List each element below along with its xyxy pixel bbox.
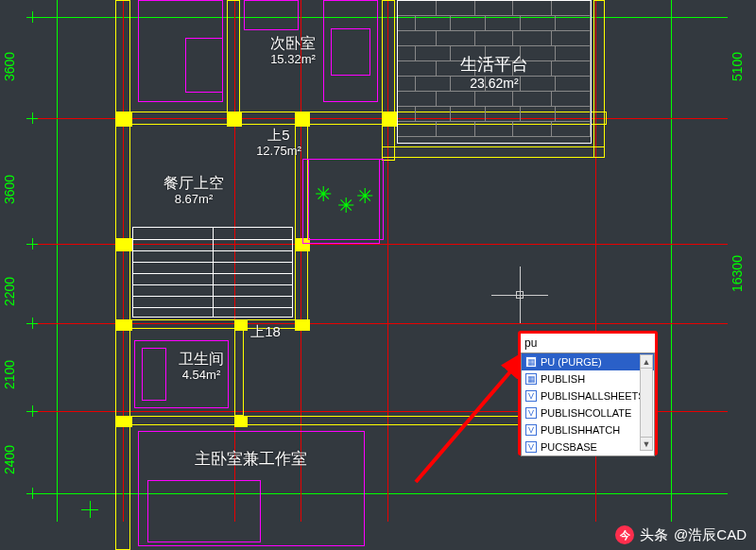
cmd-icon: V: [525, 441, 537, 453]
room-area: 15.32m²: [236, 52, 350, 67]
axis-v: [671, 0, 672, 522]
wall: [115, 0, 130, 550]
dim-tick: [26, 112, 38, 124]
column: [115, 112, 132, 127]
cad-canvas[interactable]: 生活平台 23.62m² ✳ ✳ ✳ 次卧室 15.32m² 上5 12.75m…: [0, 0, 756, 550]
room-master: 主卧室兼工作室: [142, 450, 359, 469]
room-dining-void: 餐厅上空 8.67m²: [132, 174, 255, 207]
room-stair18: 上18: [232, 323, 299, 340]
room-label: 生活平台: [460, 53, 528, 76]
dim-label: 16300: [730, 227, 748, 321]
axis-h: [28, 17, 728, 18]
column: [234, 416, 248, 427]
staircase: [132, 227, 293, 318]
column: [115, 319, 132, 331]
cmd-icon: V: [525, 424, 537, 436]
dim-label: 2200: [2, 263, 28, 319]
furniture: [244, 0, 299, 30]
wall: [382, 146, 605, 158]
cmd-icon: ▦: [525, 356, 537, 368]
column: [295, 112, 310, 127]
column: [115, 416, 132, 427]
command-list[interactable]: ▦PU (PURGE) ▦PUBLISH VPUBLISHALLSHEETS V…: [521, 352, 655, 456]
column: [115, 238, 132, 251]
cmd-icon: ▦: [525, 373, 537, 385]
watermark: 今 头条 @浩辰CAD: [615, 525, 747, 544]
planter: ✳ ✳ ✳: [308, 159, 384, 240]
dim-tick: [26, 488, 38, 499]
room-label: 主卧室兼工作室: [142, 450, 359, 469]
logo-icon: 今: [615, 525, 634, 544]
room-area: 23.62m²: [470, 76, 518, 91]
room-area: 8.67m²: [132, 192, 255, 207]
command-item[interactable]: VPUCSBASE: [522, 438, 654, 455]
command-item[interactable]: VPUBLISHHATCH: [522, 421, 654, 438]
dim-tick: [26, 318, 38, 329]
room-label: 餐厅上空: [132, 174, 255, 192]
room-label: 次卧室: [236, 34, 350, 52]
column: [227, 112, 242, 127]
bed: [147, 480, 261, 542]
dim-label: 2400: [2, 431, 28, 488]
plant-icon: ✳: [315, 182, 332, 207]
column: [382, 112, 397, 127]
axis-cross: [81, 501, 98, 518]
command-input[interactable]: [521, 334, 655, 352]
room-label: 卫生间: [149, 350, 253, 368]
room-label: 上5: [236, 127, 321, 144]
bed: [185, 38, 223, 93]
room-stair5: 上5 12.75m²: [236, 127, 321, 159]
command-item-label: PUBLISH: [541, 373, 585, 385]
dim-label: 2100: [2, 346, 28, 403]
watermark-prefix: 头条: [640, 526, 668, 544]
wall: [593, 0, 605, 158]
room-label: 上18: [232, 323, 299, 340]
living-platform: 生活平台 23.62m²: [397, 0, 592, 144]
command-item-label: PUBLISHCOLLATE: [541, 407, 631, 419]
scroll-down[interactable]: ▼: [641, 437, 652, 450]
dim-tick: [26, 238, 38, 249]
command-item-label: PUBLISHALLSHEETS: [541, 390, 645, 402]
plant-icon: ✳: [356, 184, 373, 209]
cmd-icon: V: [525, 390, 537, 402]
command-autocomplete[interactable]: ▦PU (PURGE) ▦PUBLISH VPUBLISHALLSHEETS V…: [518, 331, 658, 455]
scrollbar[interactable]: ▲ ▼: [640, 354, 653, 451]
command-item[interactable]: ▦PUBLISH: [522, 370, 654, 387]
dim-tick: [26, 405, 38, 417]
scroll-up[interactable]: ▲: [641, 355, 652, 369]
dim-label: 3600: [2, 151, 28, 227]
watermark-handle: @浩辰CAD: [674, 526, 747, 544]
room-bath: 卫生间 4.54m²: [149, 350, 253, 383]
axis-v: [57, 0, 58, 522]
wall: [382, 0, 395, 161]
command-item[interactable]: VPUBLISHALLSHEETS: [522, 387, 654, 404]
room-area: 12.75m²: [236, 144, 321, 159]
dim-label: 5100: [730, 28, 748, 104]
room-area: 4.54m²: [149, 368, 253, 383]
svg-line-0: [416, 350, 529, 482]
cmd-icon: V: [525, 407, 537, 419]
dim-label: 3600: [2, 28, 28, 104]
command-item[interactable]: VPUBLISHCOLLATE: [522, 404, 654, 421]
command-item-label: PUBLISHHATCH: [541, 424, 620, 436]
room-sec-bed: 次卧室 15.32m²: [236, 34, 350, 67]
command-item-label: PU (PURGE): [541, 356, 602, 368]
command-item[interactable]: ▦PU (PURGE): [522, 353, 654, 370]
plant-icon: ✳: [337, 194, 354, 218]
command-item-label: PUCSBASE: [541, 441, 597, 453]
dim-tick: [26, 11, 38, 23]
